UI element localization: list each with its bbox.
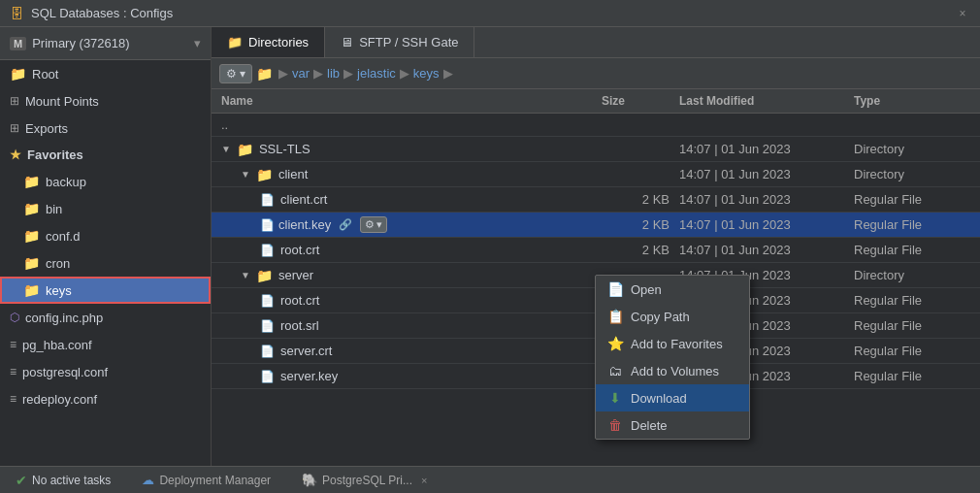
row-name: 📄 server.key	[221, 369, 602, 383]
row-name: ▼ 📁 server	[221, 268, 602, 283]
file-name: server	[278, 268, 313, 282]
bottom-bar: ✔ No active tasks ☁ Deployment Manager 🐘…	[0, 466, 980, 493]
close-button[interactable]: ×	[955, 6, 970, 21]
path-sep: ▶	[443, 66, 453, 81]
tab-directories[interactable]: 📁 Directories	[212, 27, 325, 57]
star-icon: ★	[10, 148, 21, 162]
sidebar-item-redeploy-conf[interactable]: ≡ redeploy.conf	[0, 385, 211, 412]
sidebar-item-exports[interactable]: ⊞ Exports	[0, 115, 211, 142]
triangle-icon: ▼	[241, 270, 250, 280]
context-menu: 📄 Open 📋 Copy Path ⭐ Add to Favorites 🗂 …	[595, 275, 750, 440]
header-type: Type	[854, 94, 970, 108]
close-postgresql-tab-button[interactable]: ×	[421, 475, 427, 486]
breadcrumb-lib[interactable]: lib	[327, 66, 340, 81]
sidebar-item-keys[interactable]: 📁 keys	[0, 277, 211, 304]
file-name: server.key	[280, 369, 338, 383]
breadcrumb-folder-icon: 📁	[256, 66, 273, 82]
favorites-icon: ⭐	[607, 336, 623, 351]
table-row[interactable]: ▼ 📁 SSL-TLS 14:07 | 01 Jun 2023 Director…	[212, 137, 980, 162]
context-menu-download[interactable]: ⬇ Download	[596, 384, 749, 411]
row-type: Regular File	[854, 217, 970, 232]
sidebar-item-pg-hba-conf[interactable]: ≡ pg_hba.conf	[0, 331, 211, 358]
file-icon: 📄	[260, 294, 275, 308]
table-row[interactable]: 📄 client.key 🔗 ⚙ ▾ 2 KB 14:07 | 01 Jun 2…	[212, 213, 980, 238]
file-icon: 📄	[260, 319, 275, 333]
gear-icon: ⚙	[226, 67, 237, 81]
sidebar-item-config-inc-php[interactable]: ⬡ config.inc.php	[0, 304, 211, 331]
row-type: Directory	[854, 268, 970, 282]
row-name: 📄 client.crt	[221, 192, 602, 207]
open-icon: 📄	[607, 281, 623, 297]
table-row[interactable]: 📄 root.crt 2 KB 14:07 | 01 Jun 2023 Regu…	[212, 238, 980, 263]
right-panel: 📁 Directories 🖥 SFTP / SSH Gate ⚙ ▾ 📁 ▶ …	[212, 27, 980, 466]
sidebar-header-arrow: ▾	[194, 36, 201, 50]
folder-icon: 📁	[23, 282, 40, 298]
back-row[interactable]: ..	[212, 114, 980, 137]
table-row[interactable]: ▼ 📁 client 14:07 | 01 Jun 2023 Directory	[212, 162, 980, 187]
row-name: 📄 root.crt	[221, 293, 602, 308]
sidebar-header-text: Primary (372618)	[32, 36, 129, 50]
path-sep: ▶	[400, 66, 409, 81]
volumes-icon: 🗂	[607, 363, 623, 378]
context-menu-copy-path[interactable]: 📋 Copy Path	[596, 303, 749, 330]
sidebar-item-confd[interactable]: 📁 conf.d	[0, 222, 211, 249]
tab-directories-icon: 📁	[227, 35, 243, 49]
folder-icon: 📁	[23, 201, 40, 216]
gear-inline-button[interactable]: ⚙ ▾	[360, 216, 387, 233]
context-menu-open[interactable]: 📄 Open	[596, 276, 749, 303]
row-type: Regular File	[854, 344, 970, 358]
file-name: server.crt	[280, 344, 332, 358]
row-name: 📄 client.key 🔗 ⚙ ▾	[221, 216, 602, 233]
triangle-icon: ▼	[241, 169, 250, 180]
window-title: SQL Databases : Configs	[31, 6, 173, 20]
sidebar-item-bin[interactable]: 📁 bin	[0, 195, 211, 222]
breadcrumb-var[interactable]: var	[292, 66, 310, 81]
file-icon: 📄	[260, 218, 275, 232]
sidebar-item-backup[interactable]: 📁 backup	[0, 168, 211, 195]
sidebar-item-cron[interactable]: 📁 cron	[0, 249, 211, 277]
row-type: Regular File	[854, 243, 970, 257]
sidebar: M Primary (372618) ▾ 📁 Root ⊞ Mount Poin…	[0, 27, 212, 466]
sidebar-item-mount-points[interactable]: ⊞ Mount Points	[0, 87, 211, 115]
file-icon: 📄	[260, 193, 275, 207]
row-type: Regular File	[854, 293, 970, 308]
sidebar-item-label: keys	[46, 283, 72, 298]
download-icon: ⬇	[607, 390, 623, 406]
file-icon: 📄	[260, 345, 275, 358]
tab-sftp[interactable]: 🖥 SFTP / SSH Gate	[325, 27, 474, 57]
path-sep: ▶	[313, 66, 323, 81]
tab-sftp-label: SFTP / SSH Gate	[359, 35, 458, 49]
gear-icon: ⚙	[365, 218, 375, 231]
php-icon: ⬡	[10, 311, 19, 324]
sidebar-item-label: Exports	[25, 121, 68, 136]
gear-button[interactable]: ⚙ ▾	[219, 64, 252, 83]
deployment-manager-tab[interactable]: ☁ Deployment Manager	[134, 467, 278, 493]
primary-icon: M	[10, 37, 26, 50]
sidebar-item-label: redeploy.conf	[22, 392, 97, 407]
tab-directories-label: Directories	[248, 35, 309, 49]
breadcrumb-jelastic[interactable]: jelastic	[357, 66, 396, 81]
breadcrumb-keys[interactable]: keys	[413, 66, 440, 81]
postgresql-tab[interactable]: 🐘 PostgreSQL Pri... ×	[294, 467, 435, 493]
row-type: Directory	[854, 167, 970, 181]
triangle-icon: ▼	[221, 144, 231, 154]
table-row[interactable]: 📄 client.crt 2 KB 14:07 | 01 Jun 2023 Re…	[212, 187, 980, 213]
context-menu-delete[interactable]: 🗑 Delete	[596, 411, 749, 439]
sidebar-item-label: Mount Points	[25, 94, 99, 109]
row-modified: 14:07 | 01 Jun 2023	[679, 142, 854, 156]
row-modified: 14:07 | 01 Jun 2023	[679, 192, 854, 207]
sidebar-item-postgresql-conf[interactable]: ≡ postgresql.conf	[0, 358, 211, 385]
favorites-section[interactable]: ★ Favorites	[0, 142, 211, 168]
sidebar-item-label: conf.d	[46, 229, 80, 244]
sidebar-header[interactable]: M Primary (372618) ▾	[0, 27, 211, 60]
sidebar-item-root[interactable]: 📁 Root	[0, 60, 211, 87]
context-menu-add-volumes[interactable]: 🗂 Add to Volumes	[596, 357, 749, 384]
context-menu-add-favorites[interactable]: ⭐ Add to Favorites	[596, 330, 749, 357]
row-modified: 14:07 | 01 Jun 2023	[679, 167, 854, 181]
context-menu-copy-path-label: Copy Path	[631, 310, 690, 324]
title-bar: 🗄 SQL Databases : Configs ×	[0, 0, 980, 27]
header-name: Name	[221, 94, 602, 108]
path-sep: ▶	[278, 66, 288, 81]
file-name: client	[278, 167, 308, 181]
file-name: root.crt	[280, 243, 319, 257]
